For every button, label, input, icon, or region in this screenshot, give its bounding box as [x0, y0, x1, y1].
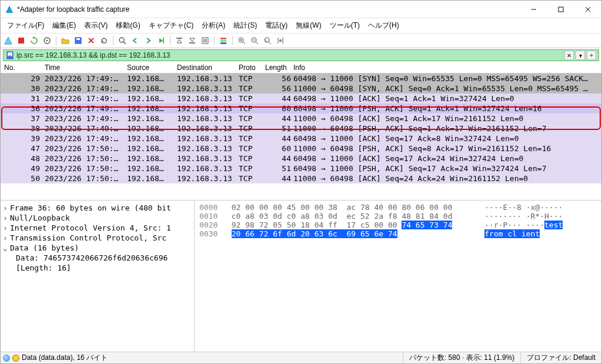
svg-rect-20 — [220, 38, 226, 39]
last-packet-icon[interactable] — [187, 35, 198, 46]
filter-controls: ✕ ▾ ＋ — [562, 51, 596, 60]
minimize-button[interactable] — [520, 1, 547, 18]
resize-columns-icon[interactable] — [275, 35, 286, 46]
svg-line-31 — [269, 42, 271, 44]
packet-row[interactable]: 302023/226 17:49:…192.168…192.168.3.13TC… — [1, 84, 601, 93]
menu-statistics[interactable]: 統計(S) — [230, 19, 260, 32]
tree-item[interactable]: Frame 36: 60 bytes on wire (480 bit — [3, 203, 192, 213]
menu-wireless[interactable]: 無線(W) — [293, 19, 324, 32]
col-header-protocol[interactable]: Proto — [239, 64, 265, 72]
packet-bytes-pane[interactable]: 0000 02 00 00 00 45 00 00 38 ac 78 40 00… — [195, 201, 601, 352]
packet-row[interactable]: 292023/226 17:49:…192.168…192.168.3.13TC… — [1, 74, 601, 84]
toolbar-separator — [56, 36, 56, 45]
start-capture-icon[interactable] — [3, 35, 14, 46]
restart-capture-icon[interactable] — [29, 35, 39, 46]
packet-row[interactable]: 392023/226 17:49:…192.168…192.168.3.13TC… — [1, 133, 601, 143]
tree-item[interactable]: Transmission Control Protocol, Src — [3, 233, 192, 243]
save-file-icon[interactable] — [73, 35, 83, 46]
toolbar-separator — [170, 36, 170, 45]
menu-analyze[interactable]: 分析(A) — [199, 19, 228, 32]
col-header-length[interactable]: Length — [265, 64, 293, 72]
stop-capture-icon[interactable] — [16, 35, 26, 46]
col-header-source[interactable]: Source — [127, 64, 177, 72]
tree-item[interactable]: Null/Loopback — [3, 213, 192, 223]
colorize-icon[interactable] — [218, 35, 229, 46]
go-forward-icon[interactable] — [143, 35, 153, 46]
open-file-icon[interactable] — [60, 35, 71, 46]
highlight-annotation — [1, 106, 601, 130]
expert-info-icon[interactable] — [3, 355, 10, 362]
capture-options-icon[interactable] — [42, 35, 52, 46]
menu-telephony[interactable]: 電話(y) — [262, 19, 290, 32]
go-to-packet-icon[interactable] — [156, 35, 166, 46]
tree-item[interactable]: Data (16 bytes) — [3, 243, 192, 253]
close-file-icon[interactable] — [86, 35, 96, 46]
packet-row[interactable]: 502023/226 17:50:…192.168…192.168.3.13TC… — [1, 173, 601, 183]
packet-row[interactable]: 312023/226 17:49:…192.168…192.168.3.13TC… — [1, 93, 601, 103]
tree-item[interactable]: Internet Protocol Version 4, Src: 1 — [3, 223, 192, 233]
menu-help[interactable]: ヘルプ(H) — [365, 19, 402, 32]
filter-add-button[interactable]: ＋ — [587, 51, 596, 60]
hex-line[interactable]: 0010 c0 a8 03 0d c0 a8 03 0d ec 52 2a f8… — [199, 212, 597, 221]
auto-scroll-icon[interactable] — [200, 35, 210, 46]
reload-icon[interactable] — [99, 35, 109, 46]
col-header-no[interactable]: No. — [1, 64, 45, 72]
svg-rect-21 — [220, 40, 226, 42]
filter-bookmark-icon[interactable] — [6, 51, 14, 59]
menu-file[interactable]: ファイル(F) — [4, 19, 47, 32]
app-icon — [5, 5, 14, 14]
zoom-in-icon[interactable] — [236, 35, 247, 46]
menu-view[interactable]: 表示(V) — [81, 19, 111, 32]
toolbar-separator — [113, 36, 113, 45]
packet-details-tree[interactable]: Frame 36: 60 bytes on wire (480 bitNull/… — [1, 201, 195, 352]
display-filter-input[interactable] — [16, 51, 562, 59]
find-packet-icon[interactable] — [117, 35, 128, 46]
filter-bar: ✕ ▾ ＋ — [3, 49, 599, 61]
tree-item[interactable]: [Length: 16] — [3, 263, 192, 273]
close-button[interactable] — [574, 1, 601, 18]
svg-line-28 — [256, 42, 258, 44]
zoom-out-icon[interactable] — [249, 35, 260, 46]
packet-list-header: No. Time Source Destination Proto Length… — [1, 62, 601, 74]
svg-rect-4 — [18, 38, 24, 44]
packet-row[interactable]: 472023/226 17:50:…192.168…192.168.3.13TC… — [1, 143, 601, 153]
go-back-icon[interactable] — [130, 35, 141, 46]
first-packet-icon[interactable] — [174, 35, 185, 46]
hex-line[interactable]: 0000 02 00 00 00 45 00 00 38 ac 78 40 00… — [199, 203, 597, 212]
tree-item[interactable]: Data: 746573742066726f6d20636c696 — [3, 253, 192, 263]
filter-dropdown-button[interactable]: ▾ — [576, 51, 585, 60]
col-header-destination[interactable]: Destination — [177, 64, 239, 72]
menu-edit[interactable]: 編集(E) — [49, 19, 79, 32]
maximize-button[interactable] — [547, 1, 574, 18]
menu-go[interactable]: 移動(G) — [113, 19, 143, 32]
details-split: Frame 36: 60 bytes on wire (480 bitNull/… — [1, 200, 601, 352]
status-profile[interactable]: プロファイル: Default — [520, 352, 601, 363]
svg-point-6 — [46, 40, 48, 42]
status-packet-count: パケット数: 580 · 表示: 11 (1.9%) — [403, 352, 520, 363]
filter-clear-button[interactable]: ✕ — [564, 51, 574, 60]
menu-capture[interactable]: キャプチャ(C) — [146, 19, 197, 32]
svg-rect-22 — [220, 42, 226, 44]
col-header-time[interactable]: Time — [45, 64, 127, 72]
toolbar-separator — [232, 36, 233, 45]
packet-list[interactable]: 292023/226 17:49:…192.168…192.168.3.13TC… — [1, 74, 601, 200]
window-title: *Adapter for loopback traffic capture — [17, 5, 520, 14]
zoom-reset-icon[interactable]: 1 — [262, 35, 273, 46]
titlebar: *Adapter for loopback traffic capture — [1, 1, 601, 18]
packet-row[interactable]: 482023/226 17:50:…192.168…192.168.3.13TC… — [1, 153, 601, 163]
toolbar: 1 — [1, 34, 601, 48]
hex-line[interactable]: 0020 92 98 72 05 50 18 04 ff 17 c5 00 00… — [199, 221, 597, 229]
menubar: ファイル(F) 編集(E) 表示(V) 移動(G) キャプチャ(C) 分析(A)… — [1, 18, 601, 34]
hex-line[interactable]: 0030 20 66 72 6f 6d 20 63 6c 69 65 6e 74… — [199, 229, 597, 238]
statusbar: Data (data.data), 16 バイト パケット数: 580 · 表示… — [1, 352, 601, 363]
window-controls — [520, 1, 601, 18]
packet-row[interactable]: 492023/226 17:50:…192.168…192.168.3.13TC… — [1, 163, 601, 173]
svg-text:1: 1 — [265, 39, 267, 42]
svg-rect-1 — [558, 7, 563, 12]
col-header-info[interactable]: Info — [293, 64, 601, 72]
svg-point-11 — [119, 38, 124, 42]
svg-rect-8 — [76, 38, 80, 40]
toolbar-separator — [214, 36, 215, 45]
status-field-info: Data (data.data), 16 バイト — [22, 353, 108, 363]
menu-tools[interactable]: ツール(T) — [327, 19, 363, 32]
